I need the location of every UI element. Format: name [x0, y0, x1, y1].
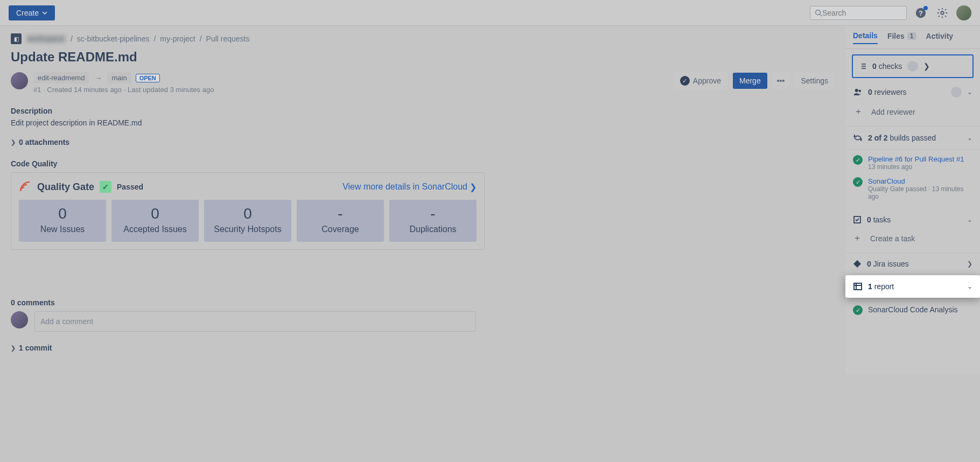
svg-point-4	[941, 11, 944, 15]
main-content: ◧ workspace / sc-bitbucket-pipelines / m…	[0, 26, 845, 374]
chevron-right-icon: ❯	[967, 260, 972, 268]
create-task-button[interactable]: ＋ Create a task	[853, 224, 972, 246]
pass-check-icon: ✓	[100, 181, 111, 193]
build-item[interactable]: ✓ SonarCloud Quality Gate passed · 13 mi…	[853, 174, 972, 204]
side-panel: Details Files 1 Activity 0 checks ❯ 0 re…	[845, 26, 980, 374]
more-actions-button[interactable]: •••	[773, 73, 789, 89]
svg-line-1	[820, 14, 822, 16]
create-button[interactable]: Create	[9, 5, 55, 20]
metric-new-issues[interactable]: 0New Issues	[19, 200, 106, 242]
jira-row[interactable]: 0 Jira issues ❯	[853, 260, 972, 268]
breadcrumb-section[interactable]: Pull requests	[206, 34, 250, 43]
breadcrumb: ◧ workspace / sc-bitbucket-pipelines / m…	[11, 33, 835, 44]
plus-icon: ＋	[854, 106, 863, 117]
metric-accepted-issues[interactable]: 0Accepted Issues	[111, 200, 199, 242]
check-icon: ✓	[680, 76, 690, 86]
quality-gate-status: Passed	[117, 183, 143, 191]
comment-input[interactable]	[34, 311, 476, 332]
target-branch[interactable]: main	[107, 72, 131, 83]
success-icon: ✓	[853, 155, 863, 165]
approve-label: Approve	[693, 76, 721, 85]
code-quality-heading: Code Quality	[11, 159, 835, 168]
commits-toggle[interactable]: ❯ 1 commit	[11, 344, 835, 352]
builds-row[interactable]: 2 of 2 builds passed ⌄	[853, 133, 972, 143]
attachments-toggle[interactable]: ❯ 0 attachments	[11, 138, 835, 146]
files-count-badge: 1	[907, 32, 916, 40]
reports-section: 1 report ⌄	[845, 275, 980, 298]
chevron-right-icon: ❯	[11, 139, 16, 146]
add-reviewer-button[interactable]: ＋ Add reviewer	[853, 97, 972, 120]
ellipsis-icon: •••	[777, 76, 785, 85]
separator: /	[153, 34, 156, 43]
checkbox-icon	[853, 215, 862, 224]
reviewers-row[interactable]: 0 reviewers ⌄	[853, 87, 972, 97]
jira-icon	[853, 260, 862, 268]
svg-point-0	[816, 10, 821, 15]
reports-row[interactable]: 1 report ⌄	[853, 282, 972, 291]
success-icon: ✓	[853, 305, 863, 315]
search-icon	[815, 9, 822, 17]
breadcrumb-repo[interactable]: my-project	[160, 34, 195, 43]
settings-pr-button[interactable]: Settings	[794, 73, 835, 89]
people-icon	[853, 87, 863, 97]
tab-files[interactable]: Files 1	[887, 31, 916, 44]
reviewer-placeholder	[951, 87, 962, 97]
quality-gate-card: Quality Gate ✓ Passed View more details …	[11, 172, 485, 250]
search-box[interactable]	[810, 6, 907, 20]
svg-rect-14	[854, 283, 862, 290]
tab-details[interactable]: Details	[853, 31, 878, 44]
chevron-right-icon: ❯	[470, 182, 477, 192]
list-icon	[858, 62, 867, 71]
chevron-down-icon: ⌄	[967, 216, 972, 223]
sonarcloud-link[interactable]: View more details in SonarCloud ❯	[342, 182, 477, 192]
svg-point-12	[859, 90, 862, 93]
chevron-down-icon: ⌄	[967, 283, 972, 290]
merge-button[interactable]: Merge	[733, 73, 767, 89]
sonar-icon	[19, 180, 32, 193]
checks-row[interactable]: 0 checks ❯	[852, 54, 974, 78]
description-text: Edit project description in README.md	[11, 118, 835, 127]
report-item[interactable]: ✓ SonarCloud Code Analysis	[853, 302, 972, 318]
separator: /	[71, 34, 73, 43]
pr-state-badge: OPEN	[136, 74, 160, 82]
breadcrumb-project[interactable]: sc-bitbucket-pipelines	[77, 34, 150, 43]
metric-coverage[interactable]: -Coverage	[297, 200, 384, 242]
quality-gate-label: Quality Gate	[37, 181, 94, 193]
chevron-right-icon: ❯	[11, 345, 16, 352]
description-heading: Description	[11, 107, 835, 115]
author-avatar[interactable]	[11, 72, 28, 89]
breadcrumb-workspace[interactable]: workspace	[26, 34, 66, 44]
notification-dot	[923, 6, 928, 10]
approve-button[interactable]: ✓ Approve	[674, 72, 727, 89]
metric-duplications[interactable]: -Duplications	[389, 200, 477, 242]
pr-title: Update README.md	[11, 50, 835, 65]
separator: /	[200, 34, 202, 43]
settings-button[interactable]	[935, 5, 950, 20]
chevron-down-icon: ⌄	[967, 134, 972, 142]
chevron-right-icon: ❯	[923, 62, 930, 71]
success-icon: ✓	[853, 177, 863, 187]
source-branch[interactable]: edit-readmemd	[33, 72, 89, 83]
workspace-icon: ◧	[11, 33, 22, 44]
help-button[interactable]: ?	[913, 5, 928, 20]
metric-security-hotspots[interactable]: 0Security Hotspots	[204, 200, 291, 242]
search-input[interactable]	[822, 9, 902, 17]
pr-meta-line: #1 · Created 14 minutes ago · Last updat…	[33, 86, 214, 94]
status-placeholder	[907, 61, 918, 72]
builds-icon	[853, 133, 863, 143]
svg-text:?: ?	[919, 9, 923, 17]
metrics-row: 0New Issues 0Accepted Issues 0Security H…	[19, 200, 477, 242]
comments-heading: 0 comments	[11, 298, 835, 307]
top-bar: Create ?	[0, 0, 980, 26]
arrow-right-icon: →	[94, 74, 102, 82]
create-label: Create	[16, 9, 39, 17]
report-icon	[853, 282, 863, 291]
commenter-avatar	[11, 311, 28, 328]
build-item[interactable]: ✓ Pipeline #6 for Pull Request #1 13 min…	[853, 152, 972, 174]
tab-activity[interactable]: Activity	[926, 31, 954, 44]
user-avatar[interactable]	[956, 5, 971, 20]
svg-point-11	[855, 89, 858, 92]
tasks-row[interactable]: 0 tasks ⌄	[853, 215, 972, 224]
plus-icon: ＋	[853, 233, 862, 244]
chevron-down-icon: ⌄	[967, 88, 972, 96]
